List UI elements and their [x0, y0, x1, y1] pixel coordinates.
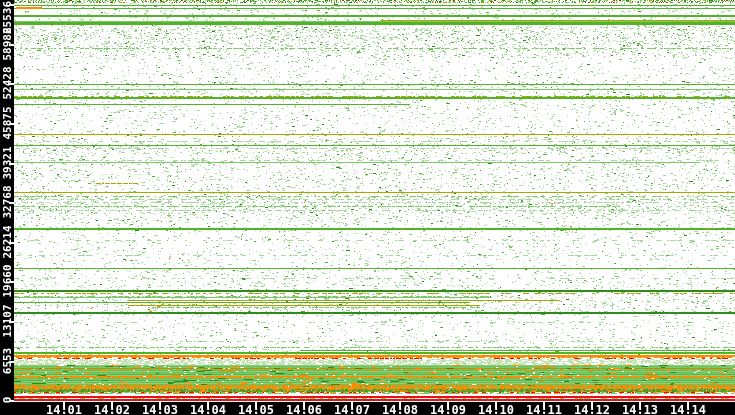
scatter-plot-canvas: [0, 0, 735, 415]
port-scan-timeline-chart: [0, 0, 735, 415]
